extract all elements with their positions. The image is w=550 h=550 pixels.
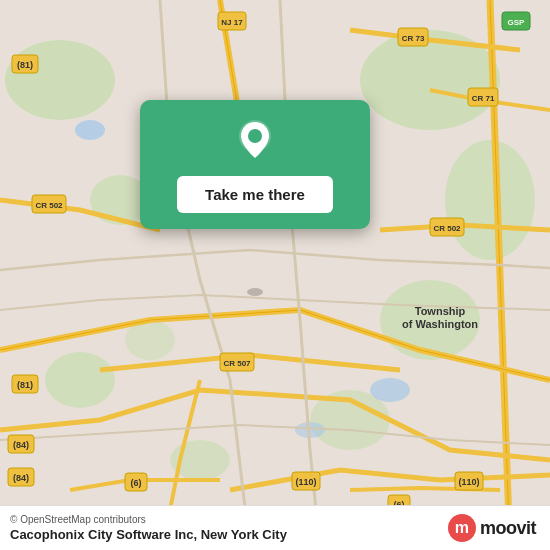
location-name: Cacophonix City Software Inc, New York C… [10,527,287,542]
svg-point-1 [5,40,115,120]
bottom-bar: © OpenStreetMap contributors Cacophonix … [0,505,550,550]
svg-text:CR 502: CR 502 [35,201,63,210]
svg-text:CR 507: CR 507 [223,359,251,368]
svg-text:CR 73: CR 73 [402,34,425,43]
svg-point-51 [248,129,262,143]
popup-card: Take me there [140,100,370,229]
svg-text:Township: Township [415,305,466,317]
svg-text:(110): (110) [458,477,479,487]
svg-text:(6): (6) [131,478,142,488]
svg-point-12 [370,378,410,402]
svg-text:(84): (84) [13,440,29,450]
moovit-m-icon: m [448,514,476,542]
svg-text:CR 71: CR 71 [472,94,495,103]
take-me-there-button[interactable]: Take me there [177,176,333,213]
svg-text:(84): (84) [13,473,29,483]
map-container: (81) (81) (84) (84) (6) (9) (6) (110) (1… [0,0,550,550]
location-pin-icon [233,118,277,162]
svg-point-4 [445,140,535,260]
svg-text:of Washington: of Washington [402,318,478,330]
moovit-logo: m moovit [448,514,536,542]
svg-point-7 [45,352,115,408]
bottom-left-info: © OpenStreetMap contributors Cacophonix … [10,514,287,542]
svg-text:(81): (81) [17,380,33,390]
svg-text:GSP: GSP [508,18,526,27]
svg-point-49 [247,288,263,296]
map-background: (81) (81) (84) (84) (6) (9) (6) (110) (1… [0,0,550,550]
osm-credit: © OpenStreetMap contributors [10,514,287,525]
svg-text:(81): (81) [17,60,33,70]
svg-text:CR 502: CR 502 [433,224,461,233]
svg-point-11 [75,120,105,140]
svg-text:(110): (110) [295,477,316,487]
moovit-wordmark: moovit [480,518,536,539]
svg-text:NJ 17: NJ 17 [221,18,243,27]
